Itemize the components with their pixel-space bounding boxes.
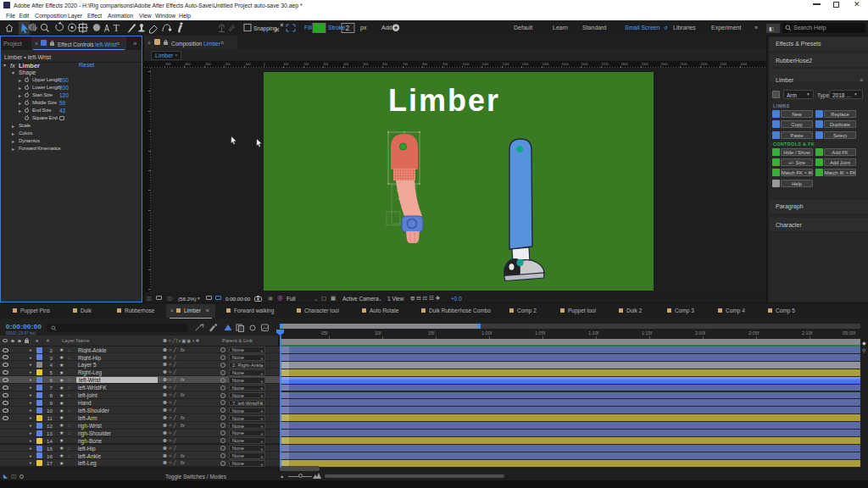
svg-text:2: 2 (346, 24, 350, 32)
svg-text:T: T (114, 22, 120, 34)
svg-text:Limber: Limber (388, 83, 500, 118)
